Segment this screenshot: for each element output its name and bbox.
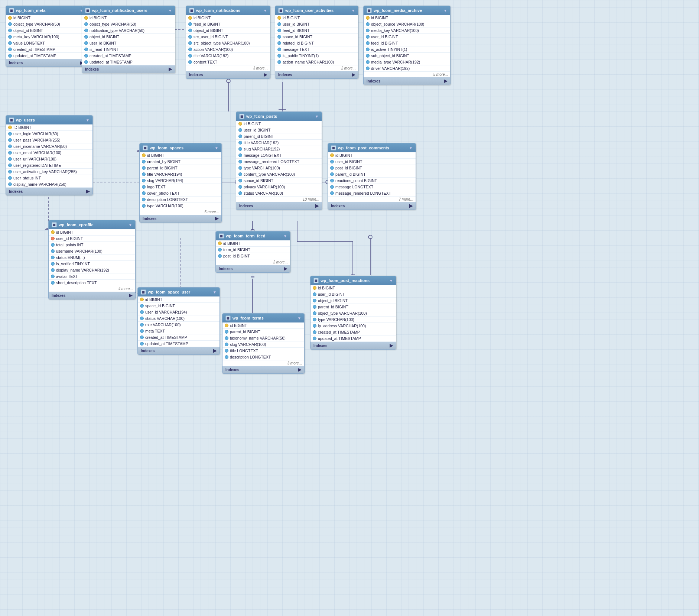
table-footer[interactable]: Indexes ▶ xyxy=(6,59,86,67)
table-footer[interactable]: Indexes ▶ xyxy=(328,202,416,210)
footer-arrow-icon[interactable]: ▶ xyxy=(390,343,393,348)
field-row: value LONGTEXT xyxy=(6,40,86,46)
table-icon: ▦ xyxy=(367,8,372,13)
table-icon: ▦ xyxy=(9,117,14,123)
table-footer[interactable]: Indexes ▶ xyxy=(275,71,358,78)
table-footer[interactable]: Indexes ▶ xyxy=(236,202,322,210)
field-row: description LONGTEXT xyxy=(140,197,221,203)
table-title: wp_fcom_spaces xyxy=(150,146,183,150)
sort-icon[interactable]: ▼ xyxy=(283,234,287,238)
field-name: user_id BIGINT xyxy=(90,41,116,45)
field-row: updated_at TIMESTAMP xyxy=(6,53,86,59)
footer-arrow-icon[interactable]: ▶ xyxy=(298,367,301,372)
sort-icon[interactable]: ▼ xyxy=(129,223,132,227)
table-header: ▦ wp_fcom_notification_users ▼ xyxy=(82,6,175,15)
table-footer[interactable]: Indexes ▶ xyxy=(82,65,175,73)
field-row: user_id BIGINT xyxy=(49,236,135,242)
field-row: meta TEXT xyxy=(138,328,220,334)
table-footer[interactable]: Indexes ▶ xyxy=(311,342,396,349)
sort-icon[interactable]: ▼ xyxy=(263,9,267,13)
sort-icon[interactable]: ▼ xyxy=(215,146,218,150)
field-icon xyxy=(51,256,55,259)
field-name: taxonomy_name VARCHAR(50) xyxy=(230,336,286,340)
sort-icon[interactable]: ▼ xyxy=(409,146,413,150)
field-icon xyxy=(188,22,192,26)
table-wp-fcom-post-comments: ▦ wp_fcom_post_comments ▼ id BIGINT user… xyxy=(328,143,416,210)
sort-icon[interactable]: ▼ xyxy=(315,114,319,119)
sort-icon[interactable]: ▼ xyxy=(443,9,447,13)
table-footer[interactable]: Indexes ▶ xyxy=(364,77,450,85)
field-name: object_id BIGINT xyxy=(318,298,348,303)
indexes-label: Indexes xyxy=(278,73,292,77)
footer-arrow-icon[interactable]: ▶ xyxy=(129,293,132,298)
field-row: short_description TEXT xyxy=(49,280,135,286)
sort-icon[interactable]: ▼ xyxy=(213,290,217,294)
field-name: src_user_id BIGINT xyxy=(194,35,228,39)
pk-icon xyxy=(313,286,316,290)
footer-arrow-icon[interactable]: ▶ xyxy=(213,348,217,353)
sort-icon[interactable]: ▼ xyxy=(351,9,355,13)
field-name: id BIGINT xyxy=(147,153,164,158)
diagram-canvas: ▦ wp_fcom_meta ▼ id BIGINT object_type V… xyxy=(0,0,699,616)
sort-icon[interactable]: ▼ xyxy=(389,279,393,283)
field-name: sub_object_id BIGINT xyxy=(371,54,409,58)
field-name: type VARCHAR(100) xyxy=(244,166,280,170)
table-footer[interactable]: Indexes ▶ xyxy=(222,366,304,373)
table-header: ▦ wp_fcom_space_user ▼ xyxy=(138,288,220,296)
footer-arrow-icon[interactable]: ▶ xyxy=(409,203,413,208)
field-icon xyxy=(142,198,146,201)
sort-icon[interactable]: ▼ xyxy=(298,316,301,320)
field-name: driver VARCHAR(192) xyxy=(371,66,410,71)
table-header: ▦ wp_fcom_media_archive ▼ xyxy=(364,6,450,15)
table-footer[interactable]: Indexes ▶ xyxy=(6,188,92,195)
pk-icon xyxy=(51,230,55,234)
sort-icon[interactable]: ▼ xyxy=(86,118,90,122)
table-footer[interactable]: Indexes ▶ xyxy=(138,347,220,354)
field-name: message LONGTEXT xyxy=(335,185,373,189)
table-icon: ▦ xyxy=(52,222,57,227)
table-footer[interactable]: Indexes ▶ xyxy=(186,71,270,78)
field-row: parent_id BIGINT xyxy=(311,304,396,310)
table-footer[interactable]: Indexes ▶ xyxy=(140,215,221,222)
field-row: term_id BIGINT xyxy=(216,247,290,253)
field-icon xyxy=(238,172,242,176)
field-icon xyxy=(313,305,316,309)
field-icon xyxy=(277,54,281,58)
footer-arrow-icon[interactable]: ▶ xyxy=(215,216,218,221)
table-title: wp_fcom_user_activities xyxy=(285,8,334,13)
svg-point-37 xyxy=(368,235,372,239)
field-icon xyxy=(140,317,144,320)
field-name: media_type VARCHAR(192) xyxy=(371,60,420,64)
footer-arrow-icon[interactable]: ▶ xyxy=(284,266,287,271)
field-icon xyxy=(8,157,12,161)
field-name: privacy VARCHAR(100) xyxy=(244,185,285,189)
footer-arrow-icon[interactable]: ▶ xyxy=(169,67,172,72)
field-row: object_type VARCHAR(50) xyxy=(82,21,175,27)
field-icon xyxy=(366,48,370,51)
table-header: ▦ wp_fcom_post_reactions ▼ xyxy=(311,276,396,285)
field-name: id BIGINT xyxy=(223,241,240,246)
field-name: created_by BIGINT xyxy=(147,159,181,164)
field-name: slug VARCHAR(194) xyxy=(147,178,183,183)
field-name: avatar TEXT xyxy=(56,274,78,279)
field-row: related_id BIGINT xyxy=(275,40,358,46)
field-name: is_active TINYINT(1) xyxy=(371,47,407,52)
table-footer[interactable]: Indexes ▶ xyxy=(49,292,135,299)
table-footer[interactable]: Indexes ▶ xyxy=(216,265,290,272)
footer-arrow-icon[interactable]: ▶ xyxy=(264,72,267,77)
footer-arrow-icon[interactable]: ▶ xyxy=(444,78,447,84)
field-row: display_name VARCHAR(192) xyxy=(49,267,135,273)
field-name: status VARCHAR(100) xyxy=(145,316,185,321)
field-name: object_id BIGINT xyxy=(90,35,119,39)
field-name: user_nicename VARCHAR(50) xyxy=(13,144,67,149)
field-icon xyxy=(277,48,281,51)
indexes-label: Indexes xyxy=(143,217,156,221)
field-icon xyxy=(366,29,370,32)
field-name: user_login VARCHAR(60) xyxy=(13,132,58,136)
field-row: driver VARCHAR(192) xyxy=(364,65,450,72)
footer-arrow-icon[interactable]: ▶ xyxy=(352,72,355,77)
footer-arrow-icon[interactable]: ▶ xyxy=(315,203,319,208)
sort-icon[interactable]: ▼ xyxy=(168,9,172,13)
footer-arrow-icon[interactable]: ▶ xyxy=(86,189,90,194)
field-row: logo TEXT xyxy=(140,184,221,190)
